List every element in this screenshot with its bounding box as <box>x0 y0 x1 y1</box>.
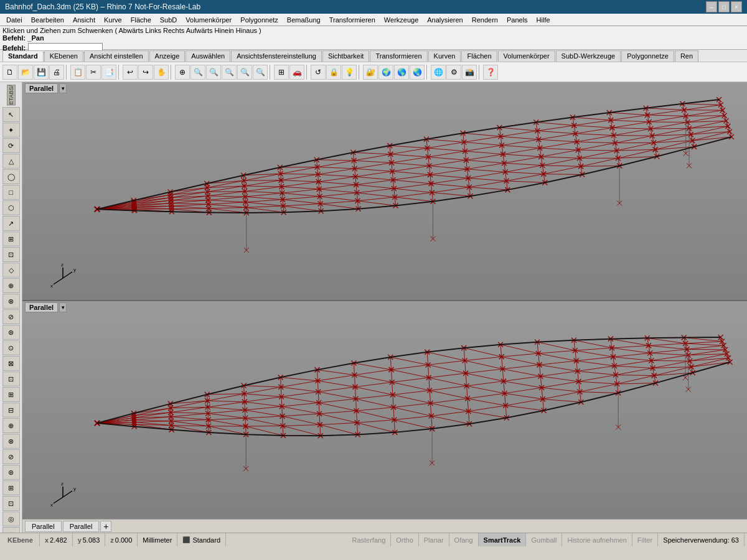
left-tool-20[interactable]: ⊕ <box>2 418 20 433</box>
left-tool-15[interactable]: ⊙ <box>2 340 20 355</box>
left-tool-3[interactable]: △ <box>2 154 20 169</box>
left-tool-12[interactable]: ⊗ <box>2 294 20 309</box>
left-tool-13[interactable]: ⊘ <box>2 309 20 324</box>
toolbar-icon-9[interactable]: ✋ <box>154 65 169 80</box>
viewport-bottom-label[interactable]: Parallel <box>25 302 58 312</box>
status-btn-filter[interactable]: Filter <box>632 533 658 546</box>
left-tool-2[interactable]: ⟳ <box>2 138 20 153</box>
toolbar-tab-11[interactable]: SubD-Werkzeuge <box>556 50 621 62</box>
status-btn-historie[interactable]: Historie aufnehmen <box>562 533 632 546</box>
toolbar-icon-12[interactable]: 🔍 <box>206 65 221 80</box>
toolbar-tab-5[interactable]: Ansichtsfenstereinstellung <box>231 50 322 62</box>
toolbar-icon-10[interactable]: ⊕ <box>175 65 190 80</box>
menu-item-bearbeiten[interactable]: Bearbeiten <box>27 16 68 24</box>
toolbar-icon-0[interactable]: 🗋 <box>2 65 17 80</box>
menu-item-werkzeuge[interactable]: Werkzeuge <box>380 16 422 24</box>
left-tool-11[interactable]: ⊕ <box>2 278 20 293</box>
toolbar-icon-6[interactable]: 📑 <box>101 65 116 80</box>
viewport-bottom[interactable]: Parallel ▼ y x z <box>22 301 747 519</box>
toolbar-icon-28[interactable]: ❓ <box>483 65 498 80</box>
menu-item-flche[interactable]: Fläche <box>127 16 155 24</box>
minimize-button[interactable]: – <box>706 1 717 12</box>
toolbar-icon-22[interactable]: 🌍 <box>378 65 393 80</box>
left-tool-26[interactable]: ◎ <box>2 511 20 526</box>
toolbar-icon-1[interactable]: 📂 <box>18 65 33 80</box>
menu-item-analysieren[interactable]: Analysieren <box>423 16 466 24</box>
status-btn-gumball[interactable]: Gumball <box>526 533 562 546</box>
close-button[interactable]: × <box>731 1 742 12</box>
toolbar-tab-4[interactable]: Auswählen <box>186 50 230 62</box>
left-tool-14[interactable]: ⊛ <box>2 325 20 340</box>
left-tool-25[interactable]: ⊡ <box>2 496 20 511</box>
menu-item-kurve[interactable]: Kurve <box>100 16 126 24</box>
left-tool-18[interactable]: ⊞ <box>2 387 20 402</box>
left-tool-16[interactable]: ⊠ <box>2 356 20 371</box>
left-tool-0[interactable]: ↖ <box>2 107 20 122</box>
toolbar-icon-21[interactable]: 🔐 <box>363 65 378 80</box>
toolbar-icon-27[interactable]: 📸 <box>462 65 477 80</box>
left-tool-24[interactable]: ⊞ <box>2 480 20 495</box>
toolbar-icon-13[interactable]: 🔍 <box>222 65 237 80</box>
toolbar-icon-20[interactable]: 💡 <box>342 65 357 80</box>
left-tool-17[interactable]: ⊡ <box>2 371 20 386</box>
toolbar-tab-8[interactable]: Kurven <box>428 50 461 62</box>
viewport-top[interactable]: Parallel ▼ y x z <box>22 82 747 301</box>
toolbar-tab-0[interactable]: Standard <box>2 50 44 62</box>
left-tool-21[interactable]: ⊗ <box>2 434 20 449</box>
toolbar-icon-2[interactable]: 💾 <box>34 65 49 80</box>
viewport-bottom-dropdown[interactable]: ▼ <box>59 302 67 312</box>
menu-item-subd[interactable]: SubD <box>156 16 181 24</box>
toolbar-icon-5[interactable]: ✂ <box>86 65 101 80</box>
menu-item-volumenkrper[interactable]: Volumenkörper <box>182 16 235 24</box>
menu-item-hilfe[interactable]: Hilfe <box>533 16 554 24</box>
toolbar-tab-10[interactable]: Volumenkörper <box>498 50 555 62</box>
toolbar-icon-23[interactable]: 🌎 <box>394 65 409 80</box>
toolbar-tab-12[interactable]: Polygonnetze <box>621 50 674 62</box>
toolbar-icon-24[interactable]: 🌏 <box>410 65 425 80</box>
viewport-tab-1[interactable]: Parallel <box>25 521 62 532</box>
left-tool-23[interactable]: ⊛ <box>2 465 20 480</box>
left-tool-9[interactable]: ⊡ <box>2 247 20 262</box>
toolbar-icon-11[interactable]: 🔍 <box>190 65 205 80</box>
status-btn-planar[interactable]: Planar <box>419 533 449 546</box>
viewport-tab-2[interactable]: Parallel <box>63 521 100 532</box>
toolbar-icon-8[interactable]: ↪ <box>138 65 153 80</box>
toolbar-icon-25[interactable]: 🌐 <box>431 65 446 80</box>
maximize-button[interactable]: □ <box>718 1 730 12</box>
toolbar-icon-26[interactable]: ⚙ <box>446 65 461 80</box>
menu-item-rendern[interactable]: Rendern <box>468 16 502 24</box>
left-tool-1[interactable]: ✦ <box>2 123 20 138</box>
menu-item-bemaung[interactable]: Bemaßung <box>283 16 324 24</box>
toolbar-tab-6[interactable]: Sichtbarkeit <box>322 50 369 62</box>
toolbar-icon-14[interactable]: 🔍 <box>237 65 252 80</box>
left-tool-22[interactable]: ⊘ <box>2 449 20 464</box>
toolbar-icon-18[interactable]: ↺ <box>311 65 326 80</box>
toolbar-tab-3[interactable]: Anzeige <box>149 50 186 62</box>
toolbar-tab-2[interactable]: Ansicht einstellen <box>84 50 149 62</box>
toolbar-tab-1[interactable]: KEbenen <box>44 50 83 62</box>
toolbar-icon-19[interactable]: 🔒 <box>326 65 341 80</box>
status-btn-rasterfang[interactable]: Rasterfang <box>347 533 391 546</box>
toolbar-icon-4[interactable]: 📋 <box>70 65 85 80</box>
toolbar-icon-16[interactable]: ⊞ <box>274 65 289 80</box>
left-tool-4[interactable]: ◯ <box>2 169 20 184</box>
menu-item-polygonnetz[interactable]: Polygonnetz <box>237 16 282 24</box>
toolbar-icon-17[interactable]: 🚗 <box>289 65 304 80</box>
toolbar-icon-15[interactable]: 🔍 <box>253 65 268 80</box>
toolbar-tab-9[interactable]: Flächen <box>461 50 497 62</box>
status-btn-ofang[interactable]: Ofang <box>449 533 479 546</box>
left-tool-19[interactable]: ⊟ <box>2 403 20 418</box>
left-tool-27[interactable]: ⊡ <box>2 527 20 533</box>
left-tool-8[interactable]: ⊞ <box>2 231 20 246</box>
status-btn-smarttrack[interactable]: SmartTrack <box>479 533 527 546</box>
viewport-top-label[interactable]: Parallel <box>25 83 58 93</box>
menu-item-transformieren[interactable]: Transformieren <box>326 16 379 24</box>
toolbar-tab-7[interactable]: Transformieren <box>370 50 427 62</box>
viewport-tab-add[interactable]: + <box>100 521 111 532</box>
left-tool-5[interactable]: □ <box>2 185 20 200</box>
status-btn-ortho[interactable]: Ortho <box>391 533 419 546</box>
left-tool-6[interactable]: ⬡ <box>2 200 20 215</box>
toolbar-tab-13[interactable]: Ren <box>675 50 698 62</box>
menu-item-datei[interactable]: Datei <box>2 16 26 24</box>
toolbar-icon-7[interactable]: ↩ <box>123 65 138 80</box>
